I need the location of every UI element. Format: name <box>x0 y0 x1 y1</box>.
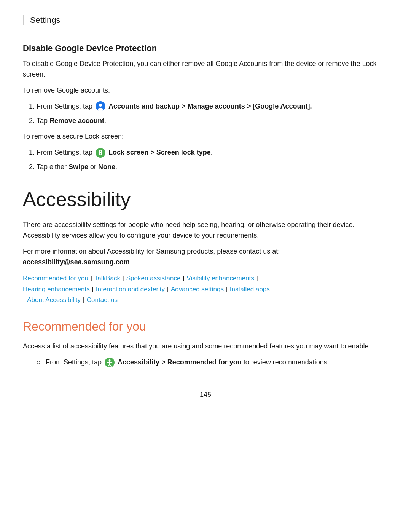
lock-step1-after: . <box>211 149 213 156</box>
step1-before: From Settings, tap <box>37 102 94 110</box>
remove-lock-step-2: Tap either Swipe or None. <box>37 162 388 173</box>
nav-hearing[interactable]: Hearing enhancements <box>23 286 90 293</box>
contact-intro: For more information about Accessibility… <box>23 248 280 255</box>
nav-visibility[interactable]: Visibility enhancements <box>186 275 254 282</box>
disable-section: Disable Google Device Protection To disa… <box>23 43 388 173</box>
rec-bold: Accessibility > Recommended for you <box>118 358 242 366</box>
sep1: | <box>89 275 94 282</box>
remove-accounts-step-2: Tap Remove account. <box>37 116 388 126</box>
accounts-icon <box>96 101 105 111</box>
recommended-steps: From Settings, tap Accessibility > Recom… <box>37 357 388 368</box>
recommended-intro: Access a list of accessibility features … <box>23 341 388 352</box>
disable-intro: To disable Google Device Protection, you… <box>23 59 388 80</box>
nav-installed[interactable]: Installed apps <box>230 286 270 293</box>
disable-section-title: Disable Google Device Protection <box>23 43 388 53</box>
step2-text: Tap Remove account. <box>37 117 106 125</box>
sep5: | <box>90 286 96 293</box>
page-title: Settings <box>30 15 61 25</box>
nav-contact[interactable]: Contact us <box>87 296 118 304</box>
swipe-bold: Swipe <box>68 163 88 171</box>
rec-before: From Settings, tap <box>46 358 104 366</box>
sep2: | <box>121 275 126 282</box>
accessibility-section: Accessibility There are accessibility se… <box>23 188 388 368</box>
recommended-title: Recommended for you <box>23 320 388 334</box>
lock-step1-before: From Settings, tap <box>37 149 94 156</box>
svg-point-5 <box>100 153 101 154</box>
rec-after: to review recommendations. <box>242 358 329 366</box>
svg-point-1 <box>99 104 102 107</box>
accessibility-intro: There are accessibility settings for peo… <box>23 220 388 241</box>
sep4: | <box>255 275 258 282</box>
remove-lock-steps: From Settings, tap Lock screen > Screen … <box>37 147 388 173</box>
lock-step2-text: Tap either Swipe or None. <box>37 163 117 171</box>
accessibility-email: accessibility@sea.samsung.com <box>23 258 130 266</box>
sep9: | <box>81 296 86 304</box>
nav-recommended[interactable]: Recommended for you <box>23 275 88 282</box>
page-header: Settings <box>23 15 388 25</box>
sep7: | <box>224 286 229 293</box>
sep3: | <box>181 275 186 282</box>
nav-links: Recommended for you | TalkBack | Spoken … <box>23 273 388 306</box>
nav-advanced[interactable]: Advanced settings <box>171 286 224 293</box>
remove-accounts-steps: From Settings, tap Accounts and backup >… <box>37 101 388 126</box>
lock-icon <box>96 148 105 158</box>
none-bold: None <box>98 163 115 171</box>
step2-bold: Remove account <box>49 117 104 125</box>
accessibility-title: Accessibility <box>23 188 388 211</box>
lock-step1-bold: Lock screen > Screen lock type <box>108 149 211 156</box>
remove-accounts-label: To remove Google accounts: <box>23 85 388 96</box>
sep8: | <box>23 296 27 304</box>
step1-bold: Accounts and backup > Manage accounts > … <box>108 102 312 110</box>
nav-interaction[interactable]: Interaction and dexterity <box>96 286 165 293</box>
nav-spoken[interactable]: Spoken assistance <box>126 275 181 282</box>
sep6: | <box>165 286 170 293</box>
recommended-step-1: From Settings, tap Accessibility > Recom… <box>37 357 388 368</box>
remove-accounts-step-1: From Settings, tap Accounts and backup >… <box>37 101 388 112</box>
accessibility-contact: For more information about Accessibility… <box>23 246 388 268</box>
remove-lock-step-1: From Settings, tap Lock screen > Screen … <box>37 147 388 158</box>
page-number: 145 <box>23 391 388 399</box>
remove-lock-label: To remove a secure Lock screen: <box>23 131 388 142</box>
nav-talkback[interactable]: TalkBack <box>94 275 120 282</box>
accessibility-icon <box>105 358 115 367</box>
nav-about[interactable]: About Accessibility <box>27 296 81 304</box>
